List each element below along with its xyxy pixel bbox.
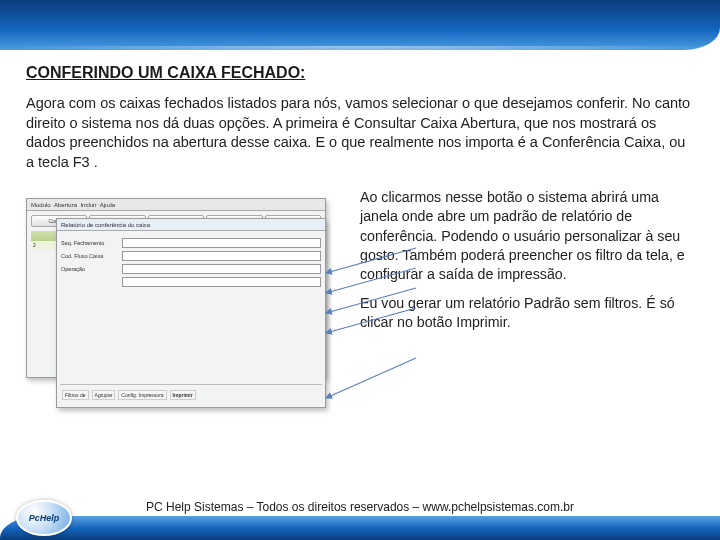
report-bottom-bar: Filtros de Agrupar Config. Impressora Im… bbox=[60, 384, 322, 404]
side-paragraph-2: Eu vou gerar um relatório Padrão sem fil… bbox=[360, 294, 692, 332]
intro-paragraph: Agora com os caixas fechados listados pa… bbox=[26, 94, 692, 172]
field-seq-fechamento: Seq. Fechamento bbox=[61, 238, 321, 248]
screenshot-area: Modulo Abertura Incluir Ajuda Consultar … bbox=[26, 188, 346, 418]
window-titlebar: Relatório de conferência do caixa bbox=[57, 219, 325, 231]
explanation-text: Ao clicarmos nesse botão o sistema abrir… bbox=[360, 188, 692, 418]
footer-swoosh bbox=[0, 516, 720, 540]
imprimir-button[interactable]: Imprimir bbox=[170, 390, 196, 400]
pchelp-logo: PcHelp bbox=[16, 500, 72, 536]
field-cod-fluxo: Cod. Fluxo Caixa bbox=[61, 251, 321, 261]
agrupar-group: Agrupar bbox=[92, 390, 116, 400]
footer-text: PC Help Sistemas – Todos os direitos res… bbox=[0, 500, 720, 514]
field-operacao: Operação bbox=[61, 264, 321, 274]
section-heading: CONFERINDO UM CAIXA FECHADO: bbox=[26, 64, 692, 82]
slide-footer: PC Help Sistemas – Todos os direitos res… bbox=[0, 494, 720, 540]
config-impressora[interactable]: Config. Impressora bbox=[118, 390, 166, 400]
slide-top-banner bbox=[0, 0, 720, 50]
report-config-window: Relatório de conferência do caixa Seq. F… bbox=[56, 218, 326, 408]
window-titlebar: Modulo Abertura Incluir Ajuda bbox=[27, 199, 325, 211]
filtros-group: Filtros de bbox=[62, 390, 89, 400]
side-paragraph-1: Ao clicarmos nesse botão o sistema abrir… bbox=[360, 188, 692, 284]
field-extra bbox=[61, 277, 321, 287]
